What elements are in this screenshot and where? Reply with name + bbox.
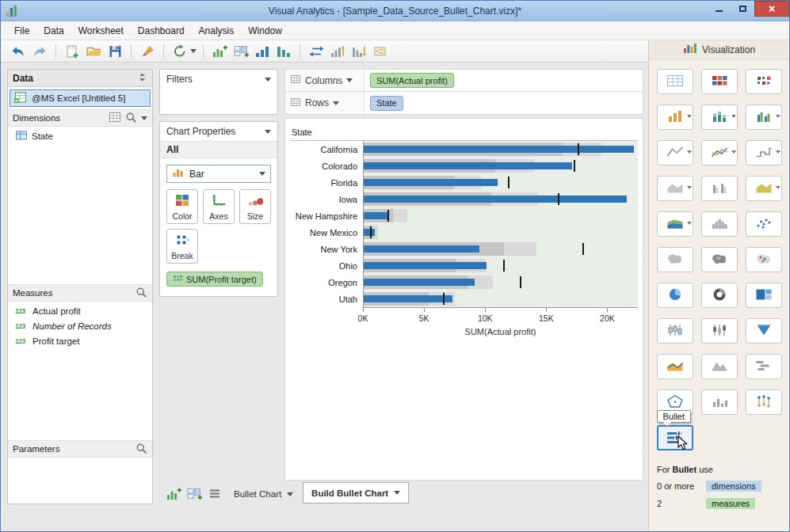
viz-type-map[interactable] (657, 247, 693, 272)
tab-bullet-chart[interactable]: Bullet Chart (226, 484, 301, 504)
search-icon[interactable] (135, 443, 147, 456)
chevron-down-icon[interactable] (776, 150, 780, 156)
viz-type-grouped-bar[interactable] (746, 104, 782, 130)
chevron-down-icon[interactable] (394, 491, 400, 498)
chevron-down-icon[interactable] (687, 222, 692, 227)
bars-asc-icon[interactable] (253, 44, 272, 59)
chevron-down-icon[interactable] (687, 186, 692, 192)
tab-new-worksheet-icon[interactable] (164, 485, 183, 501)
table-view-icon[interactable] (109, 112, 121, 124)
undo-icon[interactable] (9, 44, 28, 59)
chevron-down-icon[interactable] (731, 150, 736, 156)
tab-new-dashboard-icon[interactable] (185, 485, 204, 501)
chevron-down-icon[interactable] (265, 78, 271, 85)
viz-type-dumbbell[interactable] (746, 390, 782, 415)
swap-axes-icon[interactable] (307, 44, 326, 59)
menu-item-worksheet[interactable]: Worksheet (71, 23, 131, 39)
chevron-down-icon[interactable] (333, 101, 339, 108)
columns-shelf[interactable]: Columns SUM(Actual profit) (284, 69, 643, 92)
viz-type-step-line[interactable] (746, 140, 782, 165)
chevron-down-icon[interactable] (190, 49, 197, 56)
actual-profit-bar[interactable] (364, 179, 498, 186)
viz-type-mountain[interactable] (701, 354, 738, 379)
viz-type-stacked-area[interactable] (657, 211, 693, 237)
viz-type-box-plot[interactable] (657, 318, 693, 344)
viz-type-pie-chart[interactable] (657, 283, 693, 308)
viz-type-line-chart[interactable] (657, 140, 693, 165)
viz-type-sparkbars[interactable] (701, 390, 738, 415)
size-button[interactable]: Size (239, 189, 271, 224)
chevron-down-icon[interactable] (141, 116, 147, 124)
minimize-button[interactable] (707, 1, 731, 17)
actual-profit-bar[interactable] (364, 212, 389, 219)
search-icon[interactable] (135, 287, 147, 300)
new-worksheet-icon[interactable] (63, 44, 82, 59)
actual-profit-bar[interactable] (364, 279, 475, 286)
add-dashboard-icon[interactable] (231, 44, 250, 59)
chevron-down-icon[interactable] (687, 115, 692, 120)
save-icon[interactable] (105, 44, 124, 59)
viz-type-bullet[interactable]: Bullet (657, 425, 693, 450)
menu-item-file[interactable]: File (7, 23, 36, 39)
viz-type-paired-bars[interactable] (701, 176, 738, 201)
viz-type-point-map[interactable] (746, 247, 782, 272)
viz-type-donut-chart[interactable] (701, 283, 738, 308)
viz-type-bar-chart[interactable] (657, 104, 693, 130)
viz-type-scatter-plot[interactable] (746, 211, 782, 237)
viz-type-heat-map[interactable] (746, 69, 782, 94)
tab-build-bullet-chart[interactable]: Build Bullet Chart (303, 482, 409, 504)
chevron-down-icon[interactable] (265, 130, 271, 137)
chevron-down-icon[interactable] (346, 78, 353, 86)
actual-profit-bar[interactable] (364, 196, 627, 203)
profit-target-pill[interactable]: SUM(Profit target) (166, 272, 263, 287)
close-button[interactable]: × (754, 1, 789, 17)
menu-item-window[interactable]: Window (241, 23, 289, 39)
viz-type-gantt[interactable] (746, 354, 782, 379)
bars-desc-icon[interactable] (274, 44, 293, 59)
pill-state[interactable]: State (370, 96, 403, 111)
measure-item[interactable]: 123Number of Records (8, 318, 152, 333)
actual-profit-bar[interactable] (364, 146, 634, 153)
chevron-down-icon[interactable] (776, 186, 780, 192)
sort-updown-icon[interactable] (137, 72, 147, 85)
search-icon[interactable] (125, 112, 137, 125)
actual-profit-bar[interactable] (364, 245, 479, 253)
tab-list-icon[interactable] (205, 485, 224, 501)
viz-type-combo-area[interactable] (657, 354, 693, 379)
viz-type-area-yellow[interactable] (746, 176, 782, 201)
viz-type-area-chart[interactable] (657, 176, 693, 201)
pill-sum-actual-profit-[interactable]: SUM(Actual profit) (370, 73, 454, 88)
add-chart-icon[interactable] (210, 44, 229, 59)
color-button[interactable]: Color (166, 189, 198, 224)
chevron-down-icon[interactable] (287, 492, 293, 500)
menu-item-analysis[interactable]: Analysis (192, 23, 242, 39)
measure-item[interactable]: 123Actual profit (8, 303, 152, 318)
menu-item-data[interactable]: Data (36, 23, 71, 39)
show-labels-icon[interactable] (371, 44, 390, 59)
viz-type-stacked-bar[interactable] (701, 104, 738, 130)
break-button[interactable]: Break (166, 229, 198, 264)
refresh-icon[interactable] (170, 44, 189, 59)
redo-icon[interactable] (30, 44, 49, 59)
data-source-item[interactable]: @MS Excel [Untitled 5] (10, 89, 151, 107)
viz-type-highlight-table[interactable] (701, 69, 738, 94)
viz-type-filled-map[interactable] (701, 247, 738, 272)
actual-profit-bar[interactable] (364, 262, 487, 269)
viz-type-treemap[interactable] (746, 283, 782, 308)
chevron-down-icon[interactable] (687, 150, 692, 156)
chart-type-select[interactable]: Bar (166, 165, 271, 183)
actual-profit-bar[interactable] (364, 295, 452, 302)
sort-ascending-icon[interactable] (328, 44, 347, 59)
open-icon[interactable] (84, 44, 103, 59)
viz-type-histogram[interactable] (701, 211, 738, 237)
format-icon[interactable] (138, 44, 157, 59)
viz-type-candlestick[interactable] (701, 318, 738, 344)
actual-profit-bar[interactable] (364, 229, 375, 236)
axes-button[interactable]: Axes (203, 189, 235, 224)
chevron-down-icon[interactable] (776, 115, 780, 120)
rows-shelf[interactable]: Rows State (284, 92, 643, 115)
chevron-down-icon[interactable] (731, 115, 736, 120)
actual-profit-bar[interactable] (364, 162, 572, 169)
maximize-button[interactable] (731, 1, 754, 17)
viz-type-funnel[interactable] (746, 318, 782, 344)
